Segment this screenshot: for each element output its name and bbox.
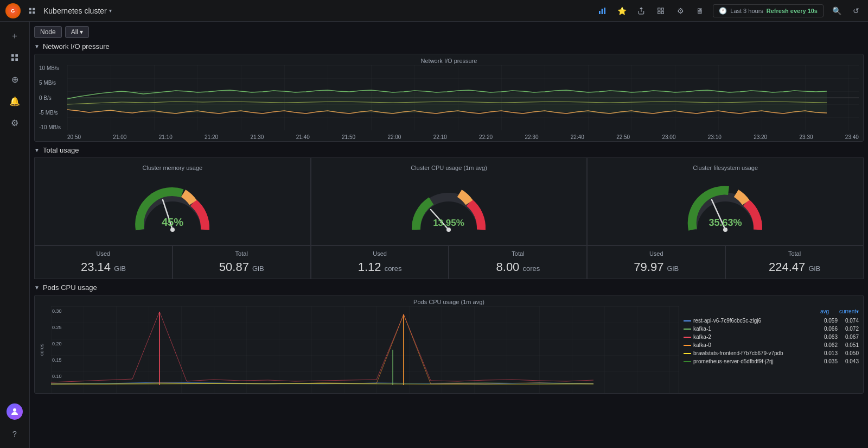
cpu-gauge-panel: Cluster CPU usage (1m avg) 13.95%: [311, 157, 588, 245]
svg-rect-5: [33, 11, 35, 14]
total-collapse-arrow: ▼: [34, 147, 40, 153]
pods-section-header[interactable]: ▼ Pods CPU usage: [34, 283, 864, 292]
network-xaxis: 20:50 21:00 21:10 21:20 21:30 21:40 21:5…: [67, 134, 859, 140]
settings-icon[interactable]: ⚙: [674, 4, 687, 17]
search-icon[interactable]: 🔍: [830, 4, 843, 17]
main-content: Node All ▾ ▼ Network I/O pressure Networ…: [30, 22, 868, 448]
svg-text:0.10: 0.10: [52, 374, 62, 379]
sidebar: ＋ ⊕ 🔔 ⚙ ?: [0, 22, 30, 448]
svg-text:13.95%: 13.95%: [433, 218, 465, 228]
clock-icon: 🕐: [719, 7, 727, 15]
network-chart-area: [67, 65, 859, 130]
network-chart-title: Network I/O pressure: [35, 54, 863, 65]
cpu-gauge-title: Cluster CPU usage (1m avg): [316, 165, 583, 171]
svg-rect-6: [599, 11, 601, 14]
sidebar-explore[interactable]: ⊕: [4, 70, 25, 89]
memory-gauge-panel: Cluster memory usage 45%: [34, 157, 311, 245]
sidebar-dashboards[interactable]: [4, 48, 25, 67]
svg-rect-9: [658, 8, 660, 10]
network-panel: Network I/O pressure 10 MB/s 5 MB/s 0 B/…: [34, 54, 864, 142]
screen-icon[interactable]: 🖥: [693, 4, 706, 17]
stat-fs-total: Total 224.47 GiB: [725, 245, 864, 279]
filesystem-gauge-svg: 35.63%: [682, 178, 769, 238]
stat-memory-used: Used 23.14 GiB: [34, 245, 173, 279]
svg-rect-7: [602, 9, 603, 14]
legend-header: avg current▾: [684, 308, 859, 314]
sidebar-avatar[interactable]: [7, 403, 23, 420]
network-section-title: Network I/O pressure: [43, 42, 110, 51]
memory-gauge-title: Cluster memory usage: [39, 165, 306, 171]
all-filter-dropdown[interactable]: All ▾: [65, 26, 90, 38]
legend-item: kafka-1 0.066 0.072: [684, 325, 859, 333]
memory-gauge-svg: 45%: [129, 178, 216, 238]
legend-item: brawlstats-frontend-f7b7cb679-v7pdb 0.01…: [684, 349, 859, 357]
pods-legend: avg current▾ rest-api-v6-7c9f6cbc5c-zlgj…: [679, 306, 863, 393]
sidebar-help[interactable]: ?: [4, 424, 25, 444]
grid-icon: [28, 7, 36, 15]
svg-text:G: G: [11, 8, 15, 14]
legend-item: prometheus-server-d5dfbdf9f-j2rjj 0.035 …: [684, 357, 859, 365]
pods-chart-main: cores 0.30 0.25 0.20 0.15 0.10: [35, 306, 679, 393]
svg-rect-4: [29, 11, 31, 14]
pods-section-title: Pods CPU usage: [43, 283, 97, 292]
svg-rect-3: [33, 8, 35, 10]
svg-text:0.20: 0.20: [52, 341, 62, 346]
total-section-title: Total usage: [43, 146, 79, 154]
time-range-picker[interactable]: 🕐 Last 3 hours Refresh every 10s: [713, 4, 824, 17]
network-section-header[interactable]: ▼ Network I/O pressure: [34, 42, 864, 51]
svg-text:35.63%: 35.63%: [709, 217, 742, 228]
svg-rect-16: [15, 58, 18, 61]
sidebar-alerts[interactable]: 🔔: [4, 91, 25, 111]
refresh-icon[interactable]: ↺: [850, 4, 863, 17]
filter-bar: Node All ▾: [34, 26, 864, 38]
stat-memory-total: Total 50.87 GiB: [173, 245, 311, 279]
svg-rect-12: [661, 11, 663, 14]
svg-marker-20: [67, 91, 827, 113]
cpu-gauge-container: 13.95%: [316, 175, 583, 241]
svg-rect-13: [11, 54, 14, 57]
filesystem-gauge-panel: Cluster filesystem usage 35.63%: [587, 157, 864, 245]
collapse-arrow: ▼: [34, 43, 40, 49]
filesystem-gauge-container: 35.63%: [592, 175, 859, 241]
total-section-header[interactable]: ▼ Total usage: [34, 146, 864, 154]
svg-rect-30: [51, 306, 679, 393]
pods-chart-area: cores 0.30 0.25 0.20 0.15 0.10: [35, 306, 863, 393]
svg-point-25: [446, 228, 451, 232]
sidebar-add[interactable]: ＋: [4, 26, 25, 46]
svg-rect-15: [11, 58, 14, 61]
stat-fs-used: Used 79.97 GiB: [587, 245, 725, 279]
legend-item: rest-api-v6-7c9f6cbc5c-zlgj6 0.059 0.074: [684, 317, 859, 325]
cpu-gauge-svg: 13.95%: [405, 178, 492, 238]
svg-point-28: [723, 228, 727, 232]
svg-point-17: [13, 408, 16, 412]
share-icon[interactable]: [635, 4, 648, 17]
topnav: G Kubernetes cluster ▾ ⭐ ⚙ 🖥 🕐 Last 3 ho…: [0, 0, 868, 22]
pods-panel: Pods CPU usage (1m avg) cores 0.30 0.25 …: [34, 295, 864, 394]
sidebar-settings[interactable]: ⚙: [4, 113, 25, 132]
grafana-logo: G: [5, 3, 21, 18]
star-icon[interactable]: ⭐: [615, 4, 628, 17]
legend-item: kafka-2 0.063 0.067: [684, 333, 859, 341]
chart-icon[interactable]: [596, 4, 609, 17]
filesystem-gauge-title: Cluster filesystem usage: [592, 165, 859, 171]
node-filter-btn[interactable]: Node: [34, 26, 62, 38]
svg-text:45%: 45%: [162, 216, 183, 228]
svg-rect-8: [604, 8, 606, 14]
svg-point-22: [170, 228, 175, 232]
library-icon[interactable]: [654, 4, 667, 17]
svg-text:0.15: 0.15: [52, 357, 62, 363]
pods-chart-title: Pods CPU usage (1m avg): [35, 295, 863, 306]
stat-cpu-used: Used 1.12 cores: [311, 245, 449, 279]
svg-rect-11: [658, 11, 660, 14]
nav-icons: ⭐ ⚙ 🖥 🕐 Last 3 hours Refresh every 10s 🔍…: [596, 4, 863, 17]
network-chart: 10 MB/s 5 MB/s 0 B/s -5 MB/s -10 MB/s: [35, 65, 863, 141]
network-yaxis: 10 MB/s 5 MB/s 0 B/s -5 MB/s -10 MB/s: [39, 65, 61, 130]
svg-text:0.30: 0.30: [52, 308, 62, 314]
gauges-row: Cluster memory usage 45%: [34, 157, 864, 245]
memory-gauge-container: 45%: [39, 175, 306, 241]
dashboard-title[interactable]: Kubernetes cluster ▾: [39, 7, 116, 15]
svg-text:0.25: 0.25: [52, 325, 62, 330]
svg-rect-10: [661, 8, 663, 10]
refresh-label: Refresh every 10s: [767, 8, 818, 14]
pods-collapse-arrow: ▼: [34, 285, 40, 291]
